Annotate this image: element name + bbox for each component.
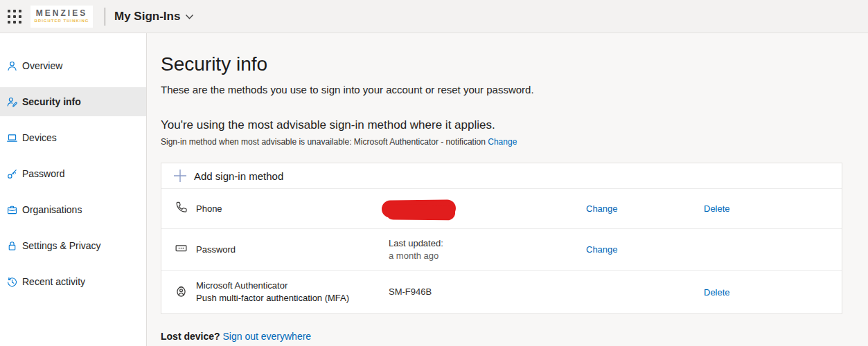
method-value: SM-F946B: [389, 286, 586, 298]
last-updated-value: a month ago: [389, 250, 586, 262]
advisory-heading: You're using the most advisable sign-in …: [161, 118, 868, 133]
sidebar-item-devices[interactable]: Devices: [0, 123, 146, 152]
sidebar-item-password[interactable]: Password: [0, 159, 146, 188]
laptop-icon: [6, 132, 18, 144]
method-name-line1: Microsoft Authenticator: [196, 280, 389, 292]
advisory-detail: Sign-in method when most advisable is un…: [161, 136, 868, 147]
sign-in-methods-table: Add sign-in method Phone Change Delete P…: [161, 163, 842, 314]
sidebar-item-recent-activity[interactable]: Recent activity: [0, 267, 146, 296]
sidebar-item-label: Overview: [22, 60, 62, 71]
sidebar-item-overview[interactable]: Overview: [0, 51, 146, 80]
app-launcher-waffle-icon[interactable]: [7, 9, 22, 24]
sidebar-item-label: Organisations: [22, 204, 82, 215]
change-action-cell: Change: [586, 244, 704, 255]
method-name: Microsoft Authenticator Push multi-facto…: [196, 280, 389, 304]
top-app-bar: MENZIES BRIGHTER THINKING My Sign-Ins: [0, 0, 868, 33]
delete-link[interactable]: Delete: [704, 287, 730, 298]
sidebar-item-organisations[interactable]: Organisations: [0, 195, 146, 224]
sidebar-item-settings-privacy[interactable]: Settings & Privacy: [0, 231, 146, 260]
sidebar-item-label: Devices: [22, 132, 57, 143]
method-name: Password: [196, 244, 389, 256]
logo-name: MENZIES: [36, 9, 87, 18]
app-title-menu[interactable]: My Sign-Ins: [114, 10, 194, 24]
history-icon: [6, 276, 18, 288]
sidebar-item-label: Password: [22, 168, 64, 179]
sign-out-everywhere-link[interactable]: Sign out everywhere: [222, 331, 311, 342]
password-dots-icon: [161, 241, 196, 258]
delete-link[interactable]: Delete: [704, 203, 730, 214]
person-icon: [6, 60, 18, 72]
method-name-line2: Push multi-factor authentication (MFA): [196, 292, 389, 304]
topbar-divider: [105, 8, 105, 26]
advisory-detail-text: Sign-in method when most advisable is un…: [161, 137, 486, 147]
authenticator-icon: [161, 284, 196, 301]
briefcase-icon: [6, 204, 18, 216]
page-title: Security info: [161, 53, 868, 76]
logo-tagline: BRIGHTER THINKING: [35, 19, 89, 24]
key-icon: [6, 168, 18, 180]
change-link[interactable]: Change: [586, 244, 618, 255]
sidebar-item-label: Security info: [22, 96, 81, 107]
lost-device-label: Lost device?: [161, 331, 220, 342]
sidebar-item-security-info[interactable]: Security info: [0, 87, 146, 116]
sidebar-item-label: Settings & Privacy: [22, 240, 101, 251]
last-updated-label: Last updated:: [389, 237, 586, 250]
page-subtitle: These are the methods you use to sign in…: [161, 83, 868, 97]
lock-icon: [6, 240, 18, 252]
chevron-down-icon: [185, 14, 194, 20]
change-link[interactable]: Change: [586, 203, 618, 214]
app-title: My Sign-Ins: [114, 10, 180, 24]
add-sign-in-method-label: Add sign-in method: [194, 170, 283, 182]
method-value: Last updated: a month ago: [389, 237, 586, 262]
delete-action-cell: Delete: [704, 203, 822, 214]
delete-action-cell: Delete: [704, 287, 822, 298]
redacted-phone-number: [382, 199, 456, 217]
person-edit-icon: [6, 96, 18, 108]
menzies-logo: MENZIES BRIGHTER THINKING: [30, 6, 93, 28]
method-row-phone: Phone Change Delete: [161, 189, 842, 229]
method-name: Phone: [196, 203, 389, 215]
main-content: Security info These are the methods you …: [147, 33, 868, 346]
method-row-authenticator: Microsoft Authenticator Push multi-facto…: [161, 271, 842, 313]
add-sign-in-method-button[interactable]: Add sign-in method: [161, 163, 842, 189]
sidebar-nav: Overview Security info Devices Password …: [0, 33, 147, 346]
plus-icon: [172, 167, 188, 184]
method-row-password: Password Last updated: a month ago Chang…: [161, 229, 842, 271]
sidebar-item-label: Recent activity: [22, 276, 85, 287]
phone-icon: [161, 200, 196, 217]
lost-device-line: Lost device? Sign out everywhere: [161, 331, 868, 342]
advisory-change-link[interactable]: Change: [488, 137, 517, 147]
change-action-cell: Change: [586, 203, 704, 214]
